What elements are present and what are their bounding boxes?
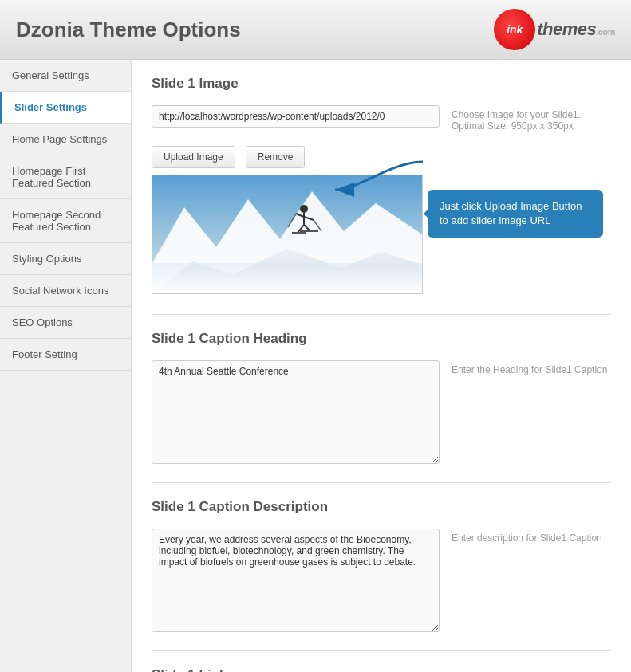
logo: ink themes.com: [494, 9, 615, 50]
slide1-image-hint: Choose Image for your Slide1. Optimal Si…: [452, 105, 611, 132]
slide1-caption-heading-title: Slide 1 Caption Heading: [152, 331, 611, 351]
remove-button[interactable]: Remove: [246, 146, 306, 168]
slide1-caption-heading-hint: Enter the Heading for Slide1 Caption: [452, 360, 611, 375]
slide1-caption-description-hint: Enter description for Slide1 Caption: [452, 529, 611, 544]
slide1-image-title: Slide 1 Image: [152, 76, 611, 96]
slide1-caption-heading-input[interactable]: 4th Annual Seattle Conference: [152, 360, 440, 464]
arrow-svg: [327, 150, 431, 206]
svg-point-3: [300, 205, 308, 213]
divider-1: [152, 314, 611, 315]
sidebar-item-slider-settings[interactable]: Slider Settings: [0, 92, 131, 124]
slide1-url-input-area: [152, 105, 440, 128]
divider-2: [152, 482, 611, 483]
logo-text: themes.com: [537, 19, 615, 39]
sidebar-item-styling-options[interactable]: Styling Options: [0, 243, 131, 275]
slide1-image-section: Upload Image Remove: [152, 146, 611, 298]
slide1-link-title: Slide 1 Link: [152, 667, 611, 672]
slide1-url-input[interactable]: [152, 105, 440, 128]
sidebar-item-seo-options[interactable]: SEO Options: [0, 307, 131, 339]
slide1-caption-description-input[interactable]: Every year, we address several aspects o…: [152, 529, 440, 632]
sidebar-item-homepage-first-featured[interactable]: Homepage First Featured Section: [0, 155, 131, 199]
tooltip-bubble: Just click Upload Image Button to add sl…: [428, 190, 603, 238]
sidebar-item-social-network-icons[interactable]: Social Network Icons: [0, 275, 131, 307]
page-title: Dzonia Theme Options: [16, 18, 241, 42]
logo-icon: ink: [494, 9, 535, 50]
upload-image-button[interactable]: Upload Image: [152, 146, 235, 168]
sidebar-item-home-page-settings[interactable]: Home Page Settings: [0, 124, 131, 155]
slide1-caption-description-input-area: Every year, we address several aspects o…: [152, 529, 440, 635]
slide1-caption-description-row: Every year, we address several aspects o…: [152, 529, 611, 635]
logo-dot: .com: [596, 27, 615, 37]
slide1-caption-description-title: Slide 1 Caption Description: [152, 499, 611, 519]
sidebar: General Settings Slider Settings Home Pa…: [0, 60, 132, 672]
app-header: Dzonia Theme Options ink themes.com: [0, 0, 631, 60]
slide1-image-url-row: Choose Image for your Slide1. Optimal Si…: [152, 105, 611, 132]
slide1-caption-heading-input-area: 4th Annual Seattle Conference: [152, 360, 440, 466]
main-content: Slide 1 Image Choose Image for your Slid…: [132, 60, 631, 672]
divider-3: [152, 650, 611, 651]
main-layout: General Settings Slider Settings Home Pa…: [0, 60, 631, 672]
sidebar-item-general-settings[interactable]: General Settings: [0, 60, 131, 92]
slide1-caption-heading-row: 4th Annual Seattle Conference Enter the …: [152, 360, 611, 466]
tooltip-text: Just click Upload Image Button to add sl…: [440, 200, 582, 226]
sidebar-item-homepage-second-featured[interactable]: Homepage Second Featured Section: [0, 199, 131, 243]
sidebar-item-footer-setting[interactable]: Footer Setting: [0, 339, 131, 371]
svg-rect-2: [152, 263, 423, 294]
